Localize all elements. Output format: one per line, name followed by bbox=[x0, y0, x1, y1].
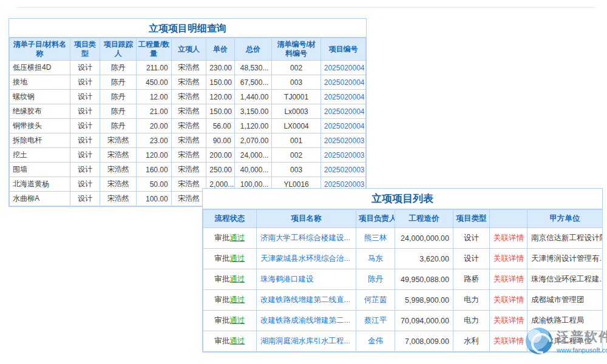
project-manager-link[interactable]: 何芷茵 bbox=[364, 295, 387, 304]
cell-list-code: 003 bbox=[272, 163, 320, 177]
project-id-link[interactable]: 2025020004 bbox=[324, 122, 365, 130]
project-name-link[interactable]: 改建铁路成渝线增建第二... bbox=[260, 316, 350, 325]
cell-material-name: 螺纹钢 bbox=[10, 90, 70, 104]
cell-project-name: 济南大学工科综合楼建设... bbox=[257, 228, 356, 249]
cell-total-price: 24,000... bbox=[234, 148, 272, 163]
cell-quantity: 20.00 bbox=[137, 119, 172, 133]
column-header: 项目类型 bbox=[70, 38, 100, 61]
cell-list-code: 002 bbox=[272, 148, 320, 163]
cell-total-price: 3,150.00 bbox=[234, 104, 272, 119]
project-name-link[interactable]: 天津蒙城县水环境综合治... bbox=[260, 254, 350, 263]
cell-unit-price: 120.00 bbox=[206, 90, 234, 104]
cell-project-id: 2025020004 bbox=[320, 75, 365, 90]
relation-detail-link[interactable]: 关联详情 bbox=[493, 337, 524, 345]
project-id-link[interactable]: 2025020003 bbox=[324, 136, 365, 145]
table-row: 接地设计陈丹450.00宋浩然150.0067,500...0032025020… bbox=[10, 75, 366, 90]
status-approved-link[interactable]: 通过 bbox=[230, 254, 245, 263]
project-id-link[interactable]: 2025020003 bbox=[324, 151, 365, 160]
cell-material-name: 水曲柳A bbox=[10, 192, 70, 206]
detail-table-body: 低压横担4D设计陈丹211.00宋浩然230.0048,530...002202… bbox=[10, 61, 366, 206]
status-approved-link[interactable]: 通过 bbox=[230, 275, 245, 283]
project-manager-link[interactable]: 金伟 bbox=[368, 337, 383, 345]
cell-quantity: 160.00 bbox=[137, 163, 172, 177]
project-id-link[interactable]: 2025020004 bbox=[324, 64, 365, 72]
project-manager-link[interactable]: 蔡江平 bbox=[364, 316, 387, 325]
cell-project-cost: 3,620.00 bbox=[395, 249, 453, 269]
relation-detail-link[interactable]: 关联详情 bbox=[493, 275, 524, 283]
cell-applicant: 宋浩然 bbox=[171, 61, 206, 75]
cell-project-id: 2025020004 bbox=[320, 61, 365, 75]
cell-project-type: 设计 bbox=[70, 61, 100, 75]
cell-quantity: 120.00 bbox=[137, 148, 172, 163]
table-row: 螺纹钢设计陈丹12.00宋浩然120.001,440.00TJ000120250… bbox=[10, 90, 366, 104]
cell-material-name: 绝缘胶布 bbox=[10, 104, 70, 119]
cell-unit-price: 56.00 bbox=[206, 119, 234, 133]
cell-tracker: 陈丹 bbox=[100, 119, 137, 133]
cell-relation-detail: 关联详情 bbox=[490, 249, 527, 269]
cell-project-name: 改建铁路线增建第二线直... bbox=[257, 290, 356, 311]
cell-project-cost: 49,950,088.00 bbox=[395, 269, 453, 290]
watermark-text: 泛普软件 www.fanpusoft.com bbox=[557, 328, 607, 354]
project-id-link[interactable]: 2025020003 bbox=[324, 166, 365, 174]
column-header: 流程状态 bbox=[203, 210, 257, 228]
cell-tracker: 陈丹 bbox=[100, 90, 137, 104]
detail-header-row: 清单子目/材料名称项目类型项目跟踪人工程量/数量立项人单价总价清单编号/材料编号… bbox=[10, 38, 366, 61]
project-name-link[interactable]: 珠海鹤港口建设 bbox=[260, 275, 314, 283]
column-header: 工程量/数量 bbox=[137, 38, 172, 61]
status-approved-link[interactable]: 通过 bbox=[230, 295, 245, 304]
project-manager-link[interactable]: 马东 bbox=[368, 254, 383, 263]
cell-total-price: 1,440.00 bbox=[234, 90, 272, 104]
cell-material-name: 围墙 bbox=[10, 163, 70, 177]
cell-tracker: 陈丹 bbox=[100, 75, 137, 90]
relation-detail-link[interactable]: 关联详情 bbox=[493, 316, 524, 325]
cell-flow-status: 审批通过 bbox=[203, 311, 257, 331]
cell-project-type: 设计 bbox=[70, 148, 100, 163]
cell-project-id: 2025020003 bbox=[320, 148, 365, 163]
relation-detail-link[interactable]: 关联详情 bbox=[493, 234, 524, 242]
cell-flow-status: 审批通过 bbox=[203, 290, 257, 311]
cell-unit-price: 90.00 bbox=[206, 133, 234, 148]
status-prefix: 审批 bbox=[215, 275, 230, 283]
cell-client-unit: 天津博润设计管理有... bbox=[527, 249, 603, 269]
watermark-url: www.fanpusoft.com bbox=[557, 346, 607, 354]
cell-applicant: 宋浩然 bbox=[171, 75, 206, 90]
cell-quantity: 450.00 bbox=[137, 75, 172, 90]
project-id-link[interactable]: 2025020004 bbox=[324, 107, 365, 116]
cell-total-price: 48,530... bbox=[234, 61, 272, 75]
cell-tracker: 宋浩然 bbox=[100, 192, 137, 206]
cell-project-name: 湖南洞庭湖水库引水工程... bbox=[257, 331, 356, 352]
project-id-link[interactable]: 2025020003 bbox=[324, 180, 365, 189]
table-row: 审批通过济南大学工科综合楼建设...熊三林24,000,000.00设计关联详情… bbox=[203, 228, 603, 249]
table-row: 审批通过天津蒙城县水环境综合治...马东3,620.00设计关联详情天津博润设计… bbox=[203, 249, 603, 269]
cell-unit-price: 250.00 bbox=[206, 163, 234, 177]
cell-project-name: 珠海鹤港口建设 bbox=[257, 269, 356, 290]
project-name-link[interactable]: 改建铁路线增建第二线直... bbox=[260, 295, 350, 304]
cell-unit-price: 150.00 bbox=[206, 104, 234, 119]
project-id-link[interactable]: 2025020004 bbox=[324, 93, 365, 101]
column-header: 总价 bbox=[234, 38, 272, 61]
status-approved-link[interactable]: 通过 bbox=[230, 337, 245, 345]
cell-total-price: 40,000... bbox=[234, 163, 272, 177]
cell-project-type: 设计 bbox=[453, 228, 490, 249]
project-name-link[interactable]: 济南大学工科综合楼建设... bbox=[260, 234, 350, 242]
status-approved-link[interactable]: 通过 bbox=[230, 234, 245, 242]
cell-applicant: 宋浩然 bbox=[171, 163, 206, 177]
status-prefix: 审批 bbox=[215, 295, 230, 304]
project-name-link[interactable]: 湖南洞庭湖水库引水工程... bbox=[260, 337, 350, 345]
cell-tracker: 宋浩然 bbox=[100, 148, 137, 163]
cell-project-type: 设计 bbox=[70, 177, 100, 192]
cell-project-type: 设计 bbox=[453, 249, 490, 269]
status-approved-link[interactable]: 通过 bbox=[230, 316, 245, 325]
cell-tracker: 宋浩然 bbox=[100, 163, 137, 177]
relation-detail-link[interactable]: 关联详情 bbox=[493, 254, 524, 263]
project-manager-link[interactable]: 熊三林 bbox=[364, 234, 387, 242]
relation-detail-link[interactable]: 关联详情 bbox=[493, 295, 524, 304]
project-id-link[interactable]: 2025020004 bbox=[324, 78, 365, 87]
list-panel-title: 立项项目列表 bbox=[203, 189, 602, 209]
cell-list-code: 002 bbox=[272, 61, 320, 75]
cell-unit-price: 200.00 bbox=[206, 148, 234, 163]
detail-table: 清单子目/材料名称项目类型项目跟踪人工程量/数量立项人单价总价清单编号/材料编号… bbox=[9, 38, 366, 206]
cell-flow-status: 审批通过 bbox=[203, 331, 257, 352]
project-manager-link[interactable]: 陈丹 bbox=[368, 275, 383, 283]
cell-quantity: 211.00 bbox=[137, 61, 172, 75]
